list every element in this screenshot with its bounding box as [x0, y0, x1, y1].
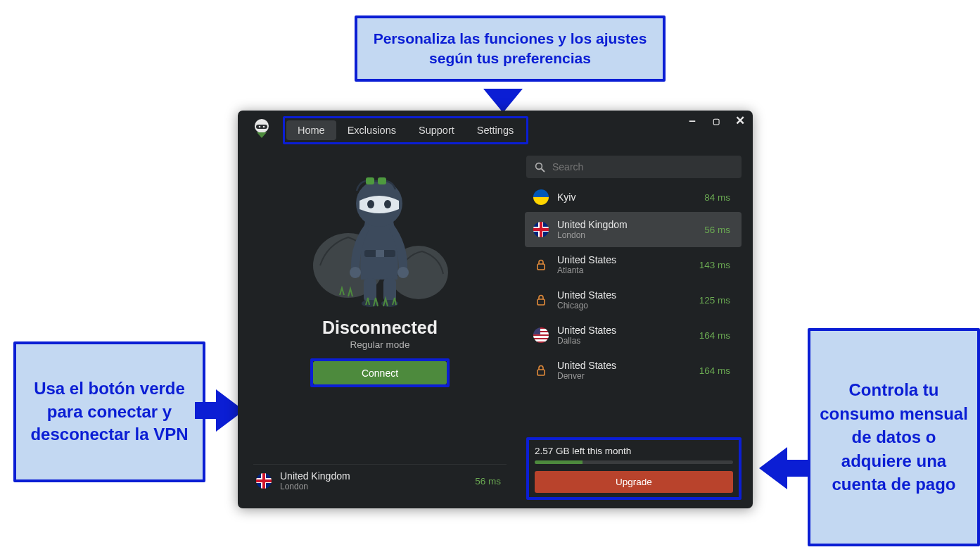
svg-point-2: [259, 126, 261, 128]
svg-rect-22: [537, 264, 545, 270]
server-country: United States: [557, 360, 691, 371]
svg-rect-24: [537, 370, 545, 375]
server-text: United StatesDallas: [557, 325, 691, 346]
data-progress-bar: [535, 460, 733, 464]
upgrade-button-label: Upgrade: [616, 477, 652, 487]
tab-exclusions-label: Exclusions: [348, 125, 396, 136]
svg-point-3: [263, 126, 265, 128]
server-ping: 143 ms: [699, 260, 730, 270]
svg-line-21: [542, 168, 545, 172]
data-left-label: 2.57 GB left this month: [535, 446, 733, 456]
uk-flag-icon: [533, 222, 549, 237]
svg-rect-18: [378, 177, 386, 184]
server-country: United States: [557, 289, 691, 301]
selected-server[interactable]: United Kingdom London 56 ms: [253, 464, 507, 497]
server-city: Dallas: [557, 336, 691, 346]
connect-button-label: Connect: [362, 368, 398, 379]
server-text: Kyiv: [557, 192, 696, 203]
svg-rect-6: [364, 278, 376, 302]
tab-support[interactable]: Support: [407, 120, 466, 140]
svg-rect-13: [376, 250, 384, 257]
server-city: Atlanta: [557, 265, 691, 275]
selected-country: United Kingdom: [280, 470, 466, 482]
callout-top-text: Personaliza las funciones y los ajustes …: [364, 29, 656, 69]
server-text: United StatesDenver: [557, 360, 691, 381]
svg-point-16: [384, 200, 391, 208]
server-ping: 84 ms: [704, 192, 730, 203]
server-text: United KingdomLondon: [557, 219, 696, 240]
server-ping: 56 ms: [704, 225, 730, 235]
svg-rect-1: [256, 125, 267, 129]
tab-settings-label: Settings: [477, 125, 514, 136]
server-ping: 164 ms: [699, 365, 730, 376]
arrow-down-icon: [469, 72, 537, 116]
us-flag-icon: [533, 327, 549, 343]
connection-status: Disconnected: [322, 318, 438, 338]
minimize-button[interactable]: –: [687, 116, 698, 127]
selected-server-text: United Kingdom London: [280, 470, 466, 491]
upgrade-button[interactable]: Upgrade: [535, 471, 733, 493]
server-country: United Kingdom: [557, 219, 696, 230]
server-text: United StatesChicago: [557, 289, 691, 310]
callout-left-text: Usa el botón verde para conectar y desco…: [23, 377, 196, 446]
server-city: London: [557, 230, 696, 240]
tab-support-label: Support: [419, 125, 454, 136]
app-logo-icon: [253, 119, 270, 142]
server-item[interactable]: Kyiv84 ms: [525, 182, 742, 212]
tab-settings[interactable]: Settings: [466, 120, 525, 140]
lock-icon: [533, 257, 549, 272]
svg-rect-17: [366, 177, 374, 184]
nav-tabs: Home Exclusions Support Settings: [283, 116, 528, 144]
server-item[interactable]: United KingdomLondon56 ms: [525, 212, 742, 247]
window-controls: – ▢ ✕: [687, 116, 746, 127]
callout-left: Usa el botón verde para conectar y desco…: [13, 341, 205, 482]
lock-icon: [533, 363, 549, 378]
server-ping: 125 ms: [699, 295, 730, 306]
server-city: Chicago: [557, 301, 691, 310]
maximize-button[interactable]: ▢: [711, 116, 722, 127]
svg-point-15: [367, 200, 374, 208]
server-city: Denver: [557, 371, 691, 381]
arrow-left-icon: [758, 447, 808, 489]
search-icon: [535, 162, 545, 172]
server-list[interactable]: Kyiv84 msUnited KingdomLondon56 msUnited…: [523, 182, 747, 436]
callout-right: Controla tu consumo mensual de datos o a…: [808, 328, 980, 546]
server-text: United StatesAtlanta: [557, 254, 691, 275]
titlebar: Home Exclusions Support Settings – ▢ ✕: [238, 111, 753, 150]
lock-icon: [533, 292, 549, 308]
data-progress-fill: [535, 460, 583, 464]
search-box[interactable]: [526, 156, 742, 178]
tab-home-label: Home: [298, 125, 325, 136]
tab-home[interactable]: Home: [286, 120, 336, 140]
server-item[interactable]: United StatesDallas164 ms: [525, 318, 742, 353]
svg-rect-23: [537, 299, 545, 305]
connect-button[interactable]: Connect: [313, 361, 447, 384]
selected-city: London: [280, 482, 466, 491]
close-button[interactable]: ✕: [734, 116, 746, 127]
right-pane: Kyiv84 msUnited KingdomLondon56 msUnited…: [523, 153, 747, 503]
content-area: Disconnected Regular mode Connect United…: [238, 150, 753, 508]
search-input[interactable]: [551, 161, 733, 173]
ninja-illustration: [299, 167, 461, 310]
server-ping: 164 ms: [699, 330, 730, 341]
tab-exclusions[interactable]: Exclusions: [336, 120, 407, 140]
svg-point-20: [536, 163, 542, 169]
server-item[interactable]: United StatesAtlanta143 ms: [525, 247, 742, 282]
svg-point-11: [397, 267, 409, 278]
left-pane: Disconnected Regular mode Connect United…: [243, 153, 516, 503]
svg-point-10: [350, 267, 361, 278]
data-usage-panel: 2.57 GB left this month Upgrade: [526, 437, 742, 500]
connect-highlight: Connect: [310, 358, 450, 387]
server-item[interactable]: United StatesDenver164 ms: [525, 353, 742, 388]
ua-flag-icon: [533, 189, 549, 205]
selected-ping: 56 ms: [475, 476, 501, 487]
server-item[interactable]: United StatesChicago125 ms: [525, 282, 742, 318]
server-country: United States: [557, 325, 691, 336]
vpn-app-window: Home Exclusions Support Settings – ▢ ✕: [238, 111, 753, 508]
connection-mode: Regular mode: [350, 339, 410, 350]
server-country: Kyiv: [557, 192, 696, 203]
uk-flag-icon: [256, 473, 272, 489]
callout-right-text: Controla tu consumo mensual de datos o a…: [817, 378, 970, 496]
server-country: United States: [557, 254, 691, 265]
